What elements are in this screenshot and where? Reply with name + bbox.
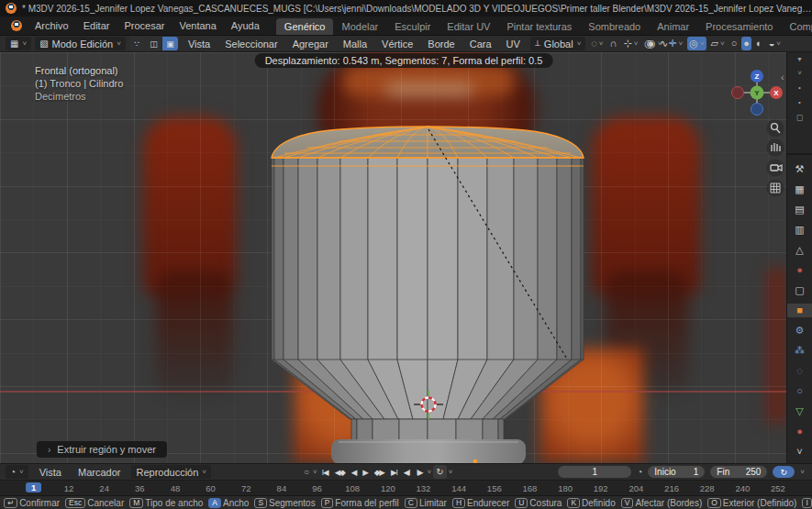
frame-tick-252[interactable]: 252 — [771, 483, 785, 493]
playback-menu[interactable]: Reproducción ˅ — [131, 465, 211, 479]
collection-tab[interactable]: ▢ — [787, 283, 812, 297]
workspace-tab-editar-uv[interactable]: Editar UV — [439, 18, 498, 35]
menu-archivo[interactable]: Archivo — [28, 18, 76, 33]
output-tab[interactable]: ▤ — [787, 203, 812, 216]
gizmo-axis-neg-z[interactable] — [751, 104, 763, 116]
shading-rendered-icon[interactable]: ◒˅ — [767, 37, 783, 50]
shading-material-icon[interactable]: ◐ — [754, 37, 764, 50]
snap-target-icon[interactable]: ⊹˅ — [621, 37, 640, 50]
zoom-button[interactable] — [767, 120, 784, 138]
shading-solid-icon[interactable]: ● — [741, 37, 751, 50]
show-overlays-icon[interactable]: ◎˅ — [687, 37, 706, 50]
more-tab[interactable]: ˅ — [787, 445, 812, 459]
frame-tick-96[interactable]: 96 — [312, 483, 322, 493]
playhead-badge[interactable]: 1 — [26, 482, 41, 492]
viewport-menu-agregar[interactable]: Agregar — [286, 38, 335, 50]
mode-dropdown[interactable]: ▧ Modo Edición ˅ — [35, 37, 126, 50]
frame-tick-48[interactable]: 48 — [171, 483, 181, 493]
frame-start-field[interactable]: Inicio 1 — [648, 466, 705, 478]
menu-ventana[interactable]: Ventana — [172, 18, 223, 33]
viewport-menu-vista[interactable]: Vista — [182, 38, 217, 50]
viewport-menu-vértice[interactable]: Vértice — [375, 38, 419, 50]
object-data-tab[interactable]: ▽ — [787, 404, 812, 418]
show-visibility-icon[interactable]: ◉˅ — [645, 37, 663, 50]
previous-keyframe-button[interactable]: ◀◆ — [332, 466, 348, 479]
workspace-tab-sombreado[interactable]: Sombreado — [580, 18, 649, 35]
show-gizmos-icon[interactable]: ✛˅ — [666, 37, 684, 50]
step-back-button[interactable]: ◀Ι — [401, 466, 413, 479]
workspace-tab-componer[interactable]: Componer — [781, 18, 812, 35]
current-frame-field[interactable]: 1 — [558, 466, 631, 478]
workspace-tab-gen-rico[interactable]: Genérico — [276, 18, 334, 35]
viewport-menu-malla[interactable]: Malla — [337, 38, 373, 50]
snap-magnet-icon[interactable]: ∩ — [608, 37, 619, 50]
frame-tick-84[interactable]: 84 — [277, 483, 287, 493]
mesh-stem[interactable] — [351, 419, 504, 440]
frame-tick-192[interactable]: 192 — [594, 483, 608, 493]
frame-tick-108[interactable]: 108 — [345, 483, 360, 493]
frame-tick-12[interactable]: 12 — [64, 483, 74, 493]
navigation-gizmo[interactable]: Z X Y — [732, 70, 784, 116]
constraints-tab[interactable]: ○ — [787, 384, 812, 398]
frame-tick-24[interactable]: 24 — [99, 483, 109, 493]
edge-select-button[interactable]: ◫ — [146, 37, 161, 50]
mesh-foot[interactable] — [331, 439, 526, 463]
ortho-toggle-button[interactable] — [767, 180, 784, 197]
physics-tab[interactable]: ◌ — [787, 364, 812, 378]
shading-wireframe-icon[interactable]: ○ — [729, 37, 740, 50]
record-button[interactable]: ○ — [301, 465, 311, 479]
frame-tick-60[interactable]: 60 — [206, 483, 216, 493]
keying-toggle[interactable]: ↻ — [773, 466, 795, 478]
select-box-icon[interactable]: ◻ — [796, 113, 803, 122]
frame-tick-180[interactable]: 180 — [558, 483, 573, 493]
frame-tick-144[interactable]: 144 — [451, 483, 466, 493]
view-layer-tab[interactable]: ▥ — [787, 223, 812, 237]
workspace-tab-esculpir[interactable]: Esculpir — [386, 18, 439, 35]
material-tab[interactable]: ● — [787, 425, 812, 438]
play-reverse-button[interactable]: ◀ — [349, 466, 360, 479]
workspace-tab-pintar-texturas[interactable]: Pintar texturas — [498, 18, 580, 35]
menu-ayuda[interactable]: Ayuda — [224, 18, 267, 33]
menu-editar[interactable]: Editar — [76, 18, 117, 33]
jump-to-end-button[interactable]: ▶Ι — [388, 466, 400, 479]
sidebar-collapse-arrow[interactable]: ‹ — [781, 72, 784, 83]
scene-tab[interactable]: △ — [787, 243, 812, 257]
vertex-select-button[interactable]: ∵ — [129, 37, 145, 50]
frame-tick-120[interactable]: 120 — [381, 483, 395, 493]
workspace-tab-animar[interactable]: Animar — [649, 18, 697, 35]
object-tab[interactable]: ■ — [787, 304, 812, 317]
frame-tick-132[interactable]: 132 — [417, 483, 431, 493]
step-forward-button[interactable]: Ι▶ — [414, 466, 426, 479]
frame-tick-228[interactable]: 228 — [700, 483, 715, 493]
loop-button[interactable]: ↻ — [433, 465, 446, 479]
viewport-menu-borde[interactable]: Borde — [421, 38, 461, 50]
pan-button[interactable] — [767, 139, 784, 157]
timeline-editor-type-button[interactable]: ◔ ˅ — [6, 465, 28, 479]
gizmo-axis-neg-x[interactable] — [732, 87, 744, 99]
blender-app-menu[interactable] — [7, 18, 26, 33]
filter-icon[interactable]: ▼ — [796, 56, 803, 62]
menu-procesar[interactable]: Procesar — [117, 18, 172, 33]
workspace-tab-procesamiento[interactable]: Procesamiento — [697, 18, 781, 35]
particles-tab[interactable]: ⁂ — [787, 344, 812, 358]
frame-tick-204[interactable]: 204 — [628, 483, 643, 493]
frame-tick-240[interactable]: 240 — [735, 483, 750, 493]
frame-tick-72[interactable]: 72 — [241, 483, 251, 493]
viewport-3d[interactable]: Z X Y ‹ Frontal (ortogonal) (1) Tronco |… — [0, 52, 786, 463]
world-tab[interactable]: ● — [787, 263, 812, 277]
toggle-xray-icon[interactable]: ▱˅ — [709, 37, 727, 50]
timeline-ruler[interactable]: 1 12243648607284961081201321441561681801… — [0, 480, 812, 495]
transform-orientation-dropdown[interactable]: ⟂ Global ˅ — [530, 37, 585, 50]
frame-end-field[interactable]: Fin 250 — [710, 466, 767, 478]
tool-tab[interactable]: ⚒ — [787, 162, 812, 176]
frame-tick-168[interactable]: 168 — [523, 483, 538, 493]
timeline-menu-vista[interactable]: Vista — [34, 466, 67, 479]
operator-panel[interactable]: › Extruir región y mover — [37, 441, 167, 458]
viewport-menu-uv[interactable]: UV — [500, 38, 527, 50]
jump-to-start-button[interactable]: Ι◀ — [319, 466, 331, 479]
workspace-tab-modelar[interactable]: Modelar — [333, 18, 386, 35]
editor-type-button[interactable]: ▦ ˅ — [6, 37, 31, 50]
frame-tick-216[interactable]: 216 — [664, 483, 679, 493]
pivot-point-icon[interactable]: ◌˅ — [589, 37, 605, 50]
face-select-button[interactable]: ▣ — [162, 37, 178, 50]
